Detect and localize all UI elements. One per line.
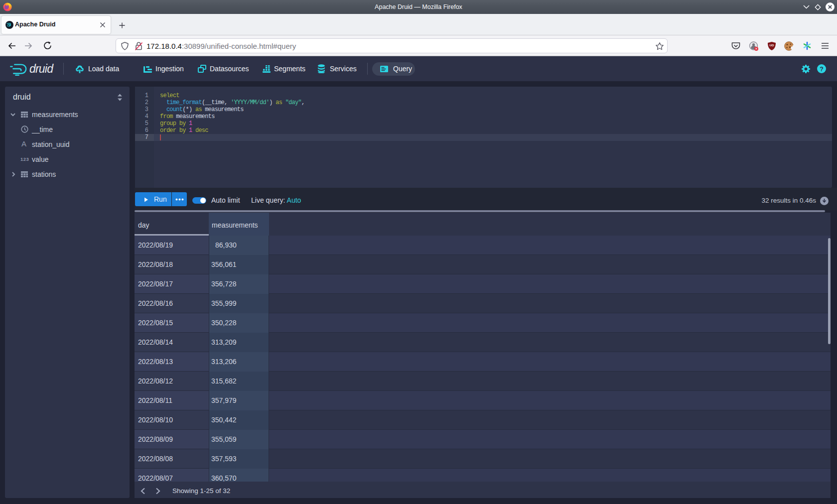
svg-text:?: ? bbox=[820, 66, 824, 73]
svg-text:UO: UO bbox=[770, 44, 774, 47]
